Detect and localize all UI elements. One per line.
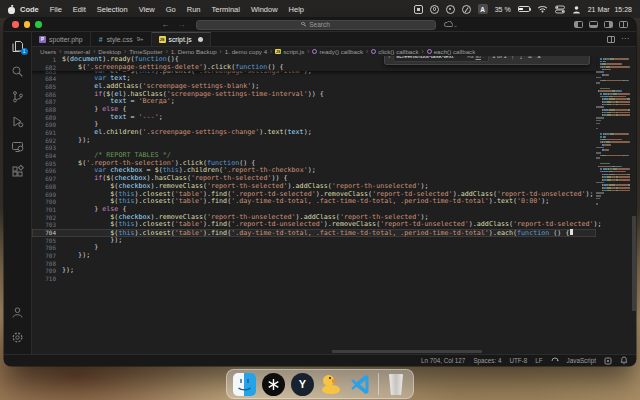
- toggle-panel-icon[interactable]: [589, 21, 598, 28]
- breadcrumb-item[interactable]: 1. Demo Backup: [171, 48, 217, 55]
- feedback-icon[interactable]: [604, 357, 612, 365]
- eol-status[interactable]: LF: [535, 357, 542, 364]
- breadcrumb-item[interactable]: each() callback: [427, 48, 476, 55]
- breadcrumb-item[interactable]: click() callback: [371, 48, 418, 55]
- find-in-selection-icon[interactable]: ≡: [527, 56, 533, 60]
- accounts-icon[interactable]: [10, 304, 26, 320]
- menu-item-terminal[interactable]: Terminal: [212, 5, 240, 14]
- more-actions-icon[interactable]: ⋯: [621, 35, 629, 43]
- find-match-count: 1 of 1: [492, 56, 507, 59]
- search-label: Search: [309, 21, 330, 28]
- menu-item-view[interactable]: View: [139, 5, 155, 14]
- tab-label: style.css: [107, 36, 133, 43]
- breadcrumb-item[interactable]: JSscript.js: [275, 48, 304, 55]
- cloud-sync-icon[interactable]: ⌄: [444, 21, 458, 28]
- code-line[interactable]: 709});: [32, 267, 596, 275]
- wifi-icon[interactable]: [537, 5, 548, 13]
- code-line[interactable]: 689 text = '---';: [32, 114, 596, 122]
- vertical-scrollbar[interactable]: [632, 216, 636, 311]
- menu-item-window[interactable]: Window: [251, 5, 278, 14]
- css-file-icon: #: [98, 36, 104, 43]
- apple-menu-icon[interactable]: [8, 5, 16, 14]
- notifications-bell-icon[interactable]: [620, 356, 628, 365]
- zoom-window-button[interactable]: [35, 21, 42, 28]
- split-editor-icon[interactable]: [607, 36, 615, 43]
- menubar-app-icon-4[interactable]: [462, 5, 471, 14]
- breadcrumb-item[interactable]: TimeSpotter: [129, 48, 162, 55]
- extensions-icon[interactable]: [10, 163, 26, 179]
- menu-item-file[interactable]: File: [50, 5, 62, 14]
- run-debug-icon[interactable]: [10, 113, 26, 129]
- modified-dot-icon[interactable]: [198, 37, 203, 42]
- code-line[interactable]: 710: [32, 275, 596, 283]
- find-previous-icon[interactable]: ↑: [510, 56, 516, 60]
- line-number: 689: [32, 114, 62, 122]
- menu-item-selection[interactable]: Selection: [97, 5, 128, 14]
- keyboard-input-icon[interactable]: A: [478, 4, 488, 14]
- toggle-sidebar-icon[interactable]: [574, 21, 583, 28]
- control-center-icon[interactable]: [555, 5, 565, 14]
- tab-spotter-php[interactable]: Pspotter.php: [32, 32, 91, 46]
- vscode-dock-icon[interactable]: [349, 373, 372, 396]
- line-number: 694: [32, 152, 62, 160]
- toggle-secondary-sidebar-icon[interactable]: [604, 21, 613, 28]
- search-view-icon[interactable]: [10, 63, 26, 79]
- menubar-app-icon-2[interactable]: [430, 5, 439, 14]
- code-line[interactable]: 708: [32, 260, 596, 268]
- code-line[interactable]: 707 });: [32, 252, 596, 260]
- menu-item-go[interactable]: Go: [166, 5, 176, 14]
- close-find-icon[interactable]: ×: [536, 56, 542, 60]
- code-line[interactable]: 706 }: [32, 244, 596, 252]
- horizontal-scrollbar[interactable]: [332, 350, 482, 353]
- menu-item-run[interactable]: Run: [187, 5, 201, 14]
- chatgpt-dock-icon[interactable]: [262, 373, 285, 396]
- cyberduck-dock-icon[interactable]: [320, 373, 343, 396]
- live-preview-icon[interactable]: [10, 138, 26, 154]
- language-mode[interactable]: JavaScript: [567, 357, 596, 364]
- back-button[interactable]: ←: [162, 21, 170, 29]
- code-line[interactable]: 691 el.children('.screenpage-settings-ch…: [32, 129, 596, 137]
- menu-item-edit[interactable]: Edit: [73, 5, 86, 14]
- user-icon[interactable]: [572, 5, 581, 14]
- cursor-position[interactable]: Ln 704, Col 127: [421, 357, 465, 364]
- regex-icon[interactable]: .*: [483, 56, 486, 59]
- code-line[interactable]: 692 });: [32, 137, 596, 145]
- minimap[interactable]: [596, 58, 632, 346]
- indentation-status[interactable]: Spaces: 4: [473, 357, 501, 364]
- command-center-search[interactable]: Search: [196, 20, 436, 30]
- tab-label: spotter.php: [49, 36, 83, 43]
- breadcrumb-item[interactable]: ready() callback: [312, 48, 363, 55]
- finder-dock-icon[interactable]: [233, 373, 256, 396]
- forward-button[interactable]: →: [178, 21, 186, 29]
- find-input[interactable]: screenshots-task-text Aa ab .*: [393, 56, 489, 62]
- explorer-icon[interactable]: 1: [10, 38, 26, 54]
- breadcrumb-item[interactable]: Desktop: [98, 48, 121, 55]
- match-case-icon[interactable]: Aa: [467, 56, 473, 59]
- tab-style-css[interactable]: #style.css9+: [91, 32, 152, 46]
- find-next-icon[interactable]: ↓: [518, 56, 524, 60]
- settings-gear-icon[interactable]: [10, 329, 26, 345]
- y-browser-dock-icon[interactable]: Y: [291, 373, 314, 396]
- source-control-icon[interactable]: [10, 88, 26, 104]
- trash-dock-icon[interactable]: [388, 374, 404, 395]
- close-window-button[interactable]: [12, 21, 19, 28]
- tab-script-js[interactable]: JSscript.js: [152, 32, 211, 46]
- menu-item-code[interactable]: Code: [20, 5, 39, 14]
- customize-layout-icon[interactable]: [619, 21, 628, 28]
- sync-icon[interactable]: [551, 357, 559, 365]
- method-symbol-icon: [427, 49, 432, 54]
- breadcrumb-item[interactable]: 1. demo copy 4: [225, 48, 267, 55]
- encoding-status[interactable]: UTF-8: [509, 357, 527, 364]
- find-expand-icon[interactable]: ›: [388, 56, 390, 60]
- menubar-app-icon-3[interactable]: [446, 5, 455, 14]
- breadcrumb-item[interactable]: master-al: [64, 48, 90, 55]
- minimize-window-button[interactable]: [24, 21, 31, 28]
- breadcrumb-item[interactable]: Users: [40, 48, 56, 55]
- menubar-app-icon-1[interactable]: [414, 5, 423, 14]
- menu-item-help[interactable]: Help: [289, 5, 304, 14]
- battery-icon[interactable]: [518, 6, 530, 12]
- menubar-clock[interactable]: 21 Mar15:28: [588, 6, 632, 13]
- whole-word-icon[interactable]: ab: [475, 56, 481, 59]
- code-editor[interactable]: 683 var el = $(this).parents('.screenpag…: [32, 56, 636, 354]
- code-line[interactable]: 705 });: [32, 237, 596, 245]
